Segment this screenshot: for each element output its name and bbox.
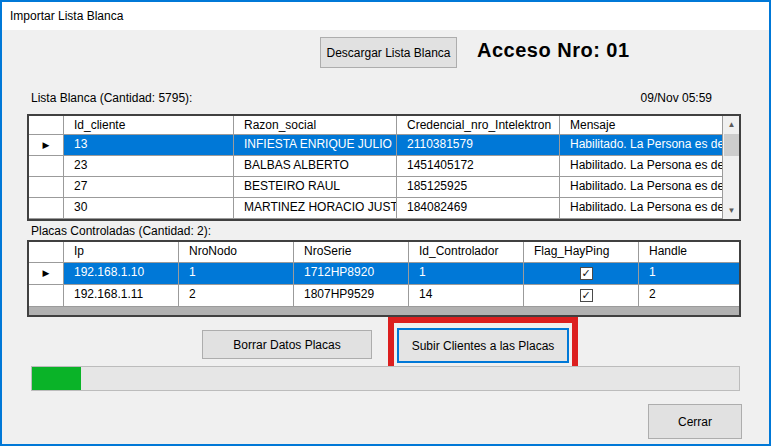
column-header-flag-hayping[interactable]: Flag_HayPing xyxy=(524,242,639,262)
table-row[interactable]: ▶ 192.168.1.10 1 1712HP8920 1 ✓ 1 xyxy=(29,263,739,285)
access-number-label: Acceso Nro: 01 xyxy=(477,39,630,62)
cell-id-cliente[interactable]: 23 xyxy=(64,156,234,176)
cell-nroserie[interactable]: 1807HP9529 xyxy=(294,285,409,306)
column-header-id-cliente[interactable]: Id_cliente xyxy=(64,116,234,134)
cell-mensaje[interactable]: Habilitado. La Persona es de u... xyxy=(560,177,722,197)
column-header-credencial[interactable]: Credencial_nro_Intelektron xyxy=(397,116,560,134)
cell-id-controlador[interactable]: 14 xyxy=(409,285,524,306)
column-header-handle[interactable]: Handle xyxy=(639,242,739,262)
download-whitelist-button[interactable]: Descargar Lista Blanca xyxy=(320,37,457,68)
cell-mensaje[interactable]: Habilitado. La Persona es de u... xyxy=(560,135,722,155)
table-row[interactable]: 27 BESTEIRO RAUL 185125925 Habilitado. L… xyxy=(29,177,722,198)
hayping-checkbox-checked[interactable]: ✓ xyxy=(580,289,593,302)
boards-count-label: Placas Controladas (Cantidad: 2): xyxy=(31,224,211,238)
upload-clients-button[interactable]: Subir Clientes a las Placas xyxy=(397,328,569,363)
whitelist-header-row: Id_cliente Razon_social Credencial_nro_I… xyxy=(29,116,722,135)
row-marker-icon: ▶ xyxy=(43,140,50,150)
whitelist-timestamp: 09/Nov 05:59 xyxy=(641,91,712,105)
scrollbar-thumb[interactable] xyxy=(724,134,739,156)
cell-ip[interactable]: 192.168.1.10 xyxy=(64,263,179,284)
cell-mensaje[interactable]: Habilitado. La Persona es de u... xyxy=(560,156,722,176)
row-marker-icon: ▶ xyxy=(43,268,50,278)
title-bar[interactable]: Importar Lista Blanca xyxy=(2,2,769,30)
cell-id-cliente[interactable]: 27 xyxy=(64,177,234,197)
window-title: Importar Lista Blanca xyxy=(10,9,123,23)
cell-nronodo[interactable]: 2 xyxy=(179,285,294,306)
cell-credencial[interactable]: 2110381579 xyxy=(397,135,560,155)
cell-handle[interactable]: 1 xyxy=(639,263,739,284)
clear-boards-button[interactable]: Borrar Datos Placas xyxy=(202,330,372,359)
hayping-checkbox-checked[interactable]: ✓ xyxy=(580,267,593,280)
cell-nroserie[interactable]: 1712HP8920 xyxy=(294,263,409,284)
cell-credencial[interactable]: 185125925 xyxy=(397,177,560,197)
cell-mensaje[interactable]: Habilitado. La Persona es de u... xyxy=(560,198,722,218)
cell-nronodo[interactable]: 1 xyxy=(179,263,294,284)
cell-id-controlador[interactable]: 1 xyxy=(409,263,524,284)
column-header-mensaje[interactable]: Mensaje xyxy=(560,116,722,134)
cell-flag-hayping: ✓ xyxy=(524,285,639,306)
progress-bar xyxy=(31,366,740,391)
current-row-marker: ▶ xyxy=(29,135,64,155)
row-selector-header[interactable] xyxy=(29,242,64,262)
column-header-id-controlador[interactable]: Id_Controlador xyxy=(409,242,524,262)
cell-flag-hayping: ✓ xyxy=(524,263,639,284)
progress-fill xyxy=(32,367,81,390)
cell-id-cliente[interactable]: 30 xyxy=(64,198,234,218)
column-header-nronodo[interactable]: NroNodo xyxy=(179,242,294,262)
cell-id-cliente[interactable]: 13 xyxy=(64,135,234,155)
cell-razon-social[interactable]: BESTEIRO RAUL xyxy=(234,177,397,197)
cell-credencial[interactable]: 184082469 xyxy=(397,198,560,218)
scrollbar-up-icon[interactable]: ▲ xyxy=(723,116,740,133)
whitelist-scrollbar[interactable]: ▲ ▼ xyxy=(722,116,739,219)
table-row[interactable]: 30 MARTINEZ HORACIO JUSTO 184082469 Habi… xyxy=(29,198,722,219)
current-row-marker: ▶ xyxy=(29,263,64,284)
cell-handle[interactable]: 2 xyxy=(639,285,739,306)
cell-credencial[interactable]: 1451405172 xyxy=(397,156,560,176)
cell-ip[interactable]: 192.168.1.11 xyxy=(64,285,179,306)
boards-header-row: Ip NroNodo NroSerie Id_Controlador Flag_… xyxy=(29,242,739,263)
whitelist-count-label: Lista Blanca (Cantidad: 5795): xyxy=(31,91,192,105)
grid-empty-area xyxy=(29,307,739,315)
dialog-body: Descargar Lista Blanca Acceso Nro: 01 Li… xyxy=(2,30,769,444)
table-row[interactable]: 192.168.1.11 2 1807HP9529 14 ✓ 2 xyxy=(29,285,739,307)
row-selector-header[interactable] xyxy=(29,116,64,134)
table-row[interactable]: ▶ 13 INFIESTA ENRIQUE JULIO 2110381579 H… xyxy=(29,135,722,156)
scrollbar-down-icon[interactable]: ▼ xyxy=(723,202,740,219)
cell-razon-social[interactable]: MARTINEZ HORACIO JUSTO xyxy=(234,198,397,218)
table-row[interactable]: 23 BALBAS ALBERTO 1451405172 Habilitado.… xyxy=(29,156,722,177)
column-header-nroserie[interactable]: NroSerie xyxy=(294,242,409,262)
import-whitelist-window: Importar Lista Blanca Descargar Lista Bl… xyxy=(0,0,771,446)
column-header-ip[interactable]: Ip xyxy=(64,242,179,262)
close-button[interactable]: Cerrar xyxy=(648,404,742,439)
column-header-razon-social[interactable]: Razon_social xyxy=(234,116,397,134)
cell-razon-social[interactable]: BALBAS ALBERTO xyxy=(234,156,397,176)
cell-razon-social[interactable]: INFIESTA ENRIQUE JULIO xyxy=(234,135,397,155)
whitelist-grid: Id_cliente Razon_social Credencial_nro_I… xyxy=(27,114,741,221)
boards-grid: Ip NroNodo NroSerie Id_Controlador Flag_… xyxy=(27,240,741,317)
